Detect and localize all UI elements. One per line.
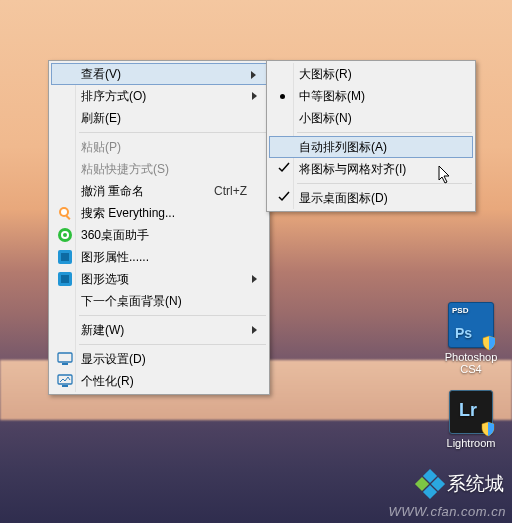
desktop-icon-label: Lightroom xyxy=(436,437,506,449)
desktop-icon-lightroom[interactable]: Lightroom xyxy=(436,390,506,449)
menu-label: 小图标(N) xyxy=(299,110,352,127)
submenu-item-medium-icons[interactable]: 中等图标(M) xyxy=(269,85,473,107)
menu-item-personalize[interactable]: 个性化(R) xyxy=(51,370,267,392)
personalize-icon xyxy=(57,373,73,389)
menu-item-display-settings[interactable]: 显示设置(D) xyxy=(51,348,267,370)
radio-dot-icon xyxy=(280,94,285,99)
svg-rect-7 xyxy=(61,253,69,261)
menu-label: 搜索 Everything... xyxy=(81,205,175,222)
chevron-right-icon xyxy=(251,91,259,101)
menu-label: 大图标(R) xyxy=(299,66,352,83)
360-icon xyxy=(57,227,73,243)
menu-item-undo[interactable]: 撤消 重命名 Ctrl+Z xyxy=(51,180,267,202)
display-icon xyxy=(57,351,73,367)
menu-label: 图形属性...... xyxy=(81,249,149,266)
menu-item-view[interactable]: 查看(V) xyxy=(51,63,267,85)
submenu-item-small-icons[interactable]: 小图标(N) xyxy=(269,107,473,129)
submenu-item-auto-arrange[interactable]: 自动排列图标(A) xyxy=(269,136,473,158)
menu-separator xyxy=(79,132,266,133)
menu-item-sort[interactable]: 排序方式(O) xyxy=(51,85,267,107)
menu-label: 下一个桌面背景(N) xyxy=(81,293,182,310)
menu-label: 显示桌面图标(D) xyxy=(299,190,388,207)
svg-rect-9 xyxy=(61,275,69,283)
menu-item-graphics-options[interactable]: 图形选项 xyxy=(51,268,267,290)
menu-item-next-bg[interactable]: 下一个桌面背景(N) xyxy=(51,290,267,312)
menu-separator xyxy=(79,315,266,316)
submenu-item-align-grid[interactable]: 将图标与网格对齐(I) xyxy=(269,158,473,180)
menu-label: 360桌面助手 xyxy=(81,227,149,244)
svg-rect-11 xyxy=(62,363,68,365)
menu-item-graphics-props[interactable]: 图形属性...... xyxy=(51,246,267,268)
submenu-item-show-icons[interactable]: 显示桌面图标(D) xyxy=(269,187,473,209)
chevron-right-icon xyxy=(251,274,259,284)
menu-item-360[interactable]: 360桌面助手 xyxy=(51,224,267,246)
logo-diamond-icon xyxy=(417,471,443,497)
chevron-right-icon xyxy=(251,325,259,335)
menu-item-paste: 粘贴(P) xyxy=(51,136,267,158)
menu-item-refresh[interactable]: 刷新(E) xyxy=(51,107,267,129)
desktop-icon-photoshop[interactable]: Photoshop CS4 xyxy=(436,302,506,375)
chevron-right-icon xyxy=(250,70,258,80)
desktop[interactable]: Photoshop CS4 Lightroom 查看(V) 排序方式(O) 刷新… xyxy=(0,0,512,523)
svg-rect-13 xyxy=(62,385,68,387)
check-icon xyxy=(278,162,290,174)
menu-item-everything[interactable]: 搜索 Everything... xyxy=(51,202,267,224)
watermark-text: WWW.cfan.com.cn xyxy=(388,504,506,519)
intel-icon xyxy=(57,271,73,287)
desktop-context-menu: 查看(V) 排序方式(O) 刷新(E) 粘贴(P) 粘贴快捷方式(S) 撤消 重… xyxy=(48,60,270,395)
uac-shield-icon xyxy=(480,421,496,437)
lightroom-app-icon xyxy=(449,390,493,434)
menu-label: 将图标与网格对齐(I) xyxy=(299,161,406,178)
menu-separator xyxy=(79,344,266,345)
menu-separator xyxy=(297,183,472,184)
menu-shortcut: Ctrl+Z xyxy=(214,184,247,198)
menu-item-new[interactable]: 新建(W) xyxy=(51,319,267,341)
intel-icon xyxy=(57,249,73,265)
svg-point-5 xyxy=(63,233,67,237)
menu-label: 自动排列图标(A) xyxy=(299,139,387,156)
submenu-item-large-icons[interactable]: 大图标(R) xyxy=(269,63,473,85)
menu-label: 排序方式(O) xyxy=(81,88,146,105)
menu-item-paste-shortcut: 粘贴快捷方式(S) xyxy=(51,158,267,180)
menu-label: 显示设置(D) xyxy=(81,351,146,368)
svg-rect-2 xyxy=(66,215,71,220)
svg-rect-10 xyxy=(58,353,72,362)
menu-label: 新建(W) xyxy=(81,322,124,339)
svg-point-1 xyxy=(61,209,67,215)
menu-label: 刷新(E) xyxy=(81,110,121,127)
psd-file-icon xyxy=(448,302,494,348)
menu-label: 中等图标(M) xyxy=(299,88,365,105)
menu-label: 粘贴(P) xyxy=(81,139,121,156)
menu-label: 个性化(R) xyxy=(81,373,134,390)
site-logo: 系统城 xyxy=(417,471,504,497)
menu-label: 粘贴快捷方式(S) xyxy=(81,161,169,178)
menu-separator xyxy=(297,132,472,133)
menu-label: 查看(V) xyxy=(81,66,121,83)
logo-text: 系统城 xyxy=(447,471,504,497)
menu-label: 撤消 重命名 xyxy=(81,183,144,200)
menu-label: 图形选项 xyxy=(81,271,129,288)
desktop-icon-label: Photoshop CS4 xyxy=(436,351,506,375)
search-icon xyxy=(57,205,73,221)
uac-shield-icon xyxy=(481,335,497,351)
view-submenu: 大图标(R) 中等图标(M) 小图标(N) 自动排列图标(A) 将图标与网格对齐… xyxy=(266,60,476,212)
check-icon xyxy=(278,191,290,203)
